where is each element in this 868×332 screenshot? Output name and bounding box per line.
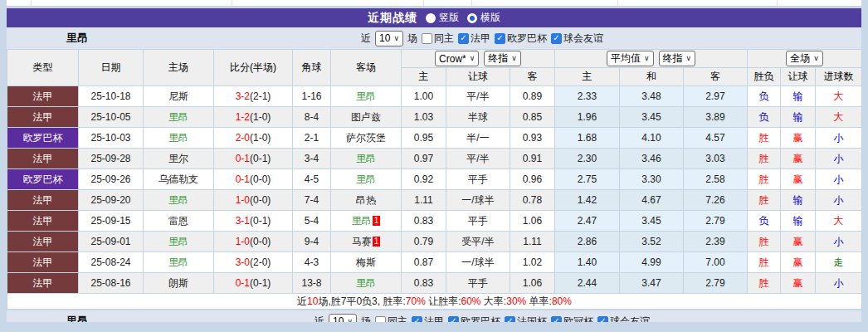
away-team-cell: 里昂 <box>331 149 402 169</box>
average-group-header: 平均值 ∨ 终指 ∨ <box>555 50 748 68</box>
corner-cell: 3-4 <box>293 149 331 169</box>
same-host-checkbox[interactable]: 同主 <box>375 315 407 323</box>
col-odds-away: 客 <box>510 68 555 86</box>
comp-checkbox[interactable]: ✓ 球会友谊 <box>597 315 650 323</box>
handicap-result-cell: 赢 <box>781 273 816 294</box>
avg-home-cell: 2.86 <box>555 232 620 252</box>
score-cell: 2-0(1-0) <box>214 128 293 149</box>
home-team-cell: 里昂 <box>144 190 214 211</box>
checkbox-checked-icon: ✓ <box>448 316 459 323</box>
away-team-cell: 梅斯 <box>331 252 402 273</box>
chevron-down-icon: ∨ <box>470 55 475 62</box>
home-team-cell: 里昂 <box>144 252 214 273</box>
col-avg-draw: 和 <box>620 68 684 86</box>
score-cell: 1-0(0-0) <box>214 190 293 211</box>
league-cell: 法甲 <box>7 107 79 128</box>
date-cell: 25-09-01 <box>79 232 144 252</box>
average-select[interactable]: 平均值 ∨ <box>607 51 654 66</box>
avg-draw-cell: 3.45 <box>620 107 684 128</box>
avg-home-cell: 1.96 <box>555 107 620 128</box>
table-row: 法甲25-09-28里尔0-1(0-1)3-4里昂0.97平/半0.912.30… <box>7 149 862 169</box>
comp-checkbox[interactable]: ✓ 欧冠杯 <box>551 315 593 323</box>
goals-result-cell: 小 <box>816 232 862 252</box>
filter-row: 里昂 近 10 ∨ 场 同主 ✓ 法甲 ✓ 欧罗巴杯 <box>7 310 861 322</box>
comp-checkbox-ligue1[interactable]: ✓ 法甲 <box>458 32 490 46</box>
corner-cell: 8-4 <box>293 107 331 128</box>
check-icon: ✓ <box>553 34 559 42</box>
result-group-header: 全场 ∨ <box>748 50 862 68</box>
odds-away-cell: 0.96 <box>510 169 555 190</box>
result-cell: 负 <box>748 107 781 128</box>
odds-home-cell: 0.83 <box>402 211 446 232</box>
col-away: 客场 <box>331 50 402 86</box>
near-label: 近 <box>361 32 371 46</box>
layout-vertical-radio[interactable]: 竖版 <box>426 11 459 25</box>
odds-home-cell: 0.87 <box>402 252 446 273</box>
result-cell: 胜 <box>748 252 781 273</box>
goals-result-cell: 小 <box>816 190 862 211</box>
col-handicap-result: 让球 <box>781 68 816 86</box>
bookmaker-select[interactable]: Crow* ∨ <box>435 51 479 66</box>
result-cell: 胜 <box>748 273 781 294</box>
odds-away-cell: 0.89 <box>510 86 555 107</box>
match-count-select[interactable]: 10 ∨ <box>375 31 403 46</box>
odds-period-select[interactable]: 终指 ∨ <box>484 51 521 66</box>
handicap-result-cell: 输 <box>781 107 816 128</box>
handicap-result-cell: 赢 <box>781 149 816 169</box>
col-date: 日期 <box>79 50 144 86</box>
comp-checkbox[interactable]: ✓ 欧罗巴杯 <box>448 315 500 323</box>
result-cell: 胜 <box>748 232 781 252</box>
home-team-cell: 尼斯 <box>144 86 214 107</box>
comp-checkbox[interactable]: ✓ 法甲 <box>412 315 444 323</box>
avg-home-cell: 2.30 <box>555 149 620 169</box>
corner-cell: 9-4 <box>293 232 331 252</box>
radio-unselected-icon <box>426 13 436 23</box>
col-score: 比分(半场) <box>214 50 293 86</box>
league-cell: 法甲 <box>7 190 79 211</box>
league-cell: 法甲 <box>7 273 79 294</box>
checkbox-unchecked-icon <box>375 316 386 323</box>
match-count-select[interactable]: 10 ∨ <box>329 314 357 323</box>
col-odds-handicap: 让球 <box>446 68 510 86</box>
away-team-cell: 里昂1 <box>331 211 402 232</box>
table-row: 欧罗巴杯25-10-03里昂2-0(1-0)2-1萨尔茨堡0.95半/一0.93… <box>7 128 862 149</box>
chevron-down-icon: ∨ <box>813 55 819 62</box>
table-row: 法甲25-10-18尼斯3-2(2-1)1-16里昂1.00平/半0.892.3… <box>7 86 862 107</box>
goals-result-cell: 大 <box>816 211 862 232</box>
odds-handicap-cell: 一/球半 <box>446 252 510 273</box>
same-host-checkbox[interactable]: 同主 <box>422 32 454 46</box>
goals-result-cell: 走 <box>816 252 862 273</box>
avg-away-cell: 7.00 <box>684 252 748 273</box>
league-cell: 法甲 <box>7 86 79 107</box>
average-period-select[interactable]: 终指 ∨ <box>659 51 696 66</box>
odds-handicap-cell: 平/半 <box>446 149 510 169</box>
checkbox-checked-icon: ✓ <box>505 316 515 323</box>
avg-home-cell: 2.75 <box>555 169 620 190</box>
layout-horizontal-radio[interactable]: 横版 <box>467 11 500 25</box>
avg-draw-cell: 3.48 <box>620 86 684 107</box>
col-avg-away: 客 <box>684 68 748 86</box>
near-label: 近 <box>315 315 324 323</box>
header-row-top: 类型 日期 主场 比分(半场) 角球 客场 Crow* ∨ 终指 ∨ <box>7 50 862 68</box>
date-cell: 25-09-28 <box>79 149 144 169</box>
result-cell: 负 <box>748 211 781 232</box>
table-row: 法甲25-08-24里昂3-0(2-0)4-3梅斯0.87一/球半1.021.4… <box>7 252 862 273</box>
home-team-cell: 里昂 <box>144 107 214 128</box>
avg-home-cell: 2.44 <box>555 273 620 294</box>
section-title: 近期战绩 <box>368 11 417 26</box>
col-odds-home: 主 <box>402 68 446 86</box>
scope-select[interactable]: 全场 ∨ <box>786 51 823 66</box>
comp-checkbox[interactable]: ✓ 法国杯 <box>505 315 547 323</box>
checkbox-checked-icon: ✓ <box>495 33 505 44</box>
col-home: 主场 <box>144 50 214 86</box>
comp-checkbox-europa[interactable]: ✓ 欧罗巴杯 <box>495 32 547 46</box>
date-cell: 25-10-18 <box>79 86 144 107</box>
away-team-cell: 马赛1 <box>331 232 402 252</box>
corner-cell: 2-1 <box>293 128 331 149</box>
avg-home-cell: 1.68 <box>555 128 620 149</box>
avg-away-cell: 7.26 <box>684 190 748 211</box>
home-team-cell: 朗斯 <box>144 273 214 294</box>
league-cell: 法甲 <box>7 149 79 169</box>
score-cell: 3-2(2-1) <box>214 86 293 107</box>
comp-checkbox-friendly[interactable]: ✓ 球会友谊 <box>551 32 603 46</box>
